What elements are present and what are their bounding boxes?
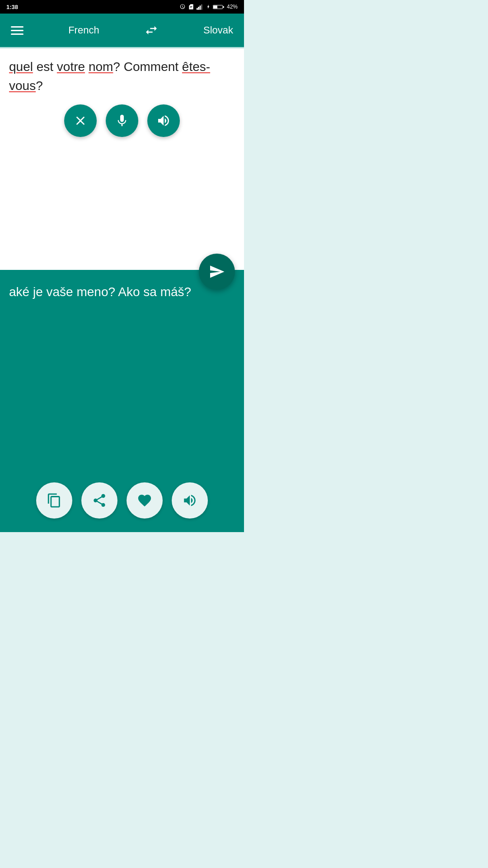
sim-icon (188, 4, 194, 10)
mic-icon (115, 113, 129, 128)
send-icon (209, 264, 225, 280)
word-nom: nom (89, 60, 113, 74)
speak-input-button[interactable] (147, 104, 180, 137)
input-actions (9, 104, 235, 142)
svg-rect-2 (200, 5, 201, 9)
copy-button[interactable] (36, 482, 72, 519)
swap-languages-button[interactable] (144, 23, 159, 38)
status-icons: 42% (179, 4, 238, 10)
signal-icon (197, 4, 204, 10)
volume-icon (156, 113, 171, 128)
word-votre: votre (57, 60, 85, 74)
input-panel: quel est votre nom? Comment êtes-vous? (0, 48, 244, 270)
svg-rect-5 (213, 5, 217, 8)
status-bar: 1:38 42% (0, 0, 244, 14)
copy-icon (47, 493, 62, 508)
output-actions (0, 482, 244, 519)
svg-rect-6 (223, 6, 224, 8)
close-icon (73, 113, 88, 128)
share-icon (92, 493, 107, 508)
favorite-button[interactable] (127, 482, 163, 519)
clear-button[interactable] (64, 104, 97, 137)
svg-rect-0 (197, 8, 198, 10)
share-button[interactable] (81, 482, 117, 519)
word-quel: quel (9, 60, 33, 74)
microphone-button[interactable] (106, 104, 138, 137)
battery-percent: 42% (227, 4, 238, 10)
heart-icon (137, 493, 152, 508)
source-language[interactable]: French (68, 24, 99, 36)
translate-button[interactable] (199, 254, 235, 290)
menu-button[interactable] (11, 26, 23, 35)
alarm-icon (179, 4, 186, 10)
toolbar: French Slovak (0, 14, 244, 47)
charging-icon (206, 4, 211, 10)
svg-rect-1 (198, 7, 199, 10)
source-text[interactable]: quel est votre nom? Comment êtes-vous? (9, 57, 235, 95)
swap-icon (144, 23, 159, 38)
translated-text: aké je vaše meno? Ako sa máš? (9, 283, 235, 302)
speak-output-button[interactable] (172, 482, 208, 519)
svg-rect-3 (201, 5, 202, 10)
output-panel: aké je vaše meno? Ako sa máš? (0, 270, 244, 532)
battery-icon (213, 4, 225, 10)
status-time: 1:38 (6, 4, 18, 10)
volume-output-icon (182, 493, 197, 508)
target-language[interactable]: Slovak (203, 24, 233, 36)
